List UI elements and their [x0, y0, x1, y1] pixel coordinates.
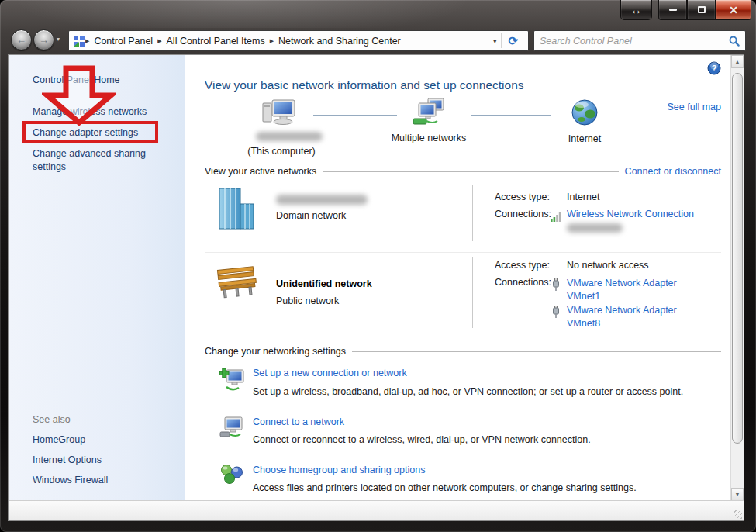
domain-network-icon[interactable] — [216, 187, 257, 232]
scroll-up-button[interactable]: ▲ — [731, 55, 744, 68]
search-input[interactable] — [540, 36, 729, 47]
adapter-plug-icon — [552, 278, 560, 291]
close-icon: ✕ — [729, 4, 738, 16]
settings-header-row: Change your networking settings — [205, 346, 721, 357]
domain-name-blurred — [276, 195, 368, 205]
help-button[interactable]: ? — [707, 61, 721, 75]
scroll-up-icon: ▲ — [735, 59, 740, 64]
flip-icon: ↔ — [630, 3, 642, 16]
connect-network-icon — [219, 415, 245, 441]
help-icon: ? — [712, 64, 717, 73]
ssid-blurred — [567, 223, 623, 233]
computer-name-blurred — [256, 132, 323, 141]
resize-grip-icon[interactable] — [734, 510, 742, 519]
content-frame: Control Panel Home Manage wireless netwo… — [8, 54, 744, 521]
multiple-networks-label: Multiple networks — [371, 133, 487, 143]
new-connection-icon — [219, 366, 245, 392]
sidebar: Control Panel Home Manage wireless netwo… — [9, 55, 185, 501]
connections-label: Connections: — [495, 209, 551, 219]
forward-icon: → — [39, 34, 49, 46]
flip-window-button[interactable]: ↔ — [620, 0, 652, 20]
address-dropdown-icon[interactable]: ▾ — [488, 37, 502, 45]
access-type-value: No network access — [567, 260, 649, 271]
back-icon: ← — [16, 34, 26, 46]
access-type-label: Access type: — [495, 192, 550, 202]
sidebar-item-control-panel-home[interactable]: Control Panel Home — [33, 74, 120, 85]
multiple-networks-icon[interactable] — [410, 98, 447, 127]
sidebar-item-change-adapter-settings[interactable]: Change adapter settings — [33, 127, 138, 138]
recent-pages-dropdown[interactable]: ▾ — [57, 36, 60, 43]
control-panel-icon — [73, 35, 85, 47]
sidebar-item-windows-firewall[interactable]: Windows Firewall — [33, 475, 108, 485]
search-icon[interactable] — [729, 36, 740, 47]
status-bar — [9, 500, 744, 520]
breadcrumb-all-items[interactable]: All Control Panel Items — [162, 36, 270, 47]
public-network-type: Public network — [276, 295, 339, 306]
header-rule — [323, 171, 618, 172]
header-rule — [352, 351, 721, 352]
window: ↔ ✕ ← → ▾ ▶ Control Panel ▶ All Control … — [0, 0, 756, 532]
connect-to-network-link[interactable]: Connect to a network — [253, 416, 344, 427]
wifi-signal-icon — [551, 211, 563, 222]
settings-heading: Change your networking settings — [205, 346, 346, 357]
network-divider — [472, 257, 473, 328]
public-network-bench-icon[interactable] — [214, 263, 259, 299]
setup-new-connection-desc: Set up a wireless, broadband, dial-up, a… — [253, 386, 683, 397]
choose-homegroup-link[interactable]: Choose homegroup and sharing options — [253, 465, 425, 475]
map-connector-line — [471, 112, 551, 116]
chevron-down-icon: ▾ — [57, 36, 60, 43]
sidebar-item-homegroup[interactable]: HomeGroup — [33, 434, 85, 445]
unidentified-network-name: Unidentified network — [276, 278, 372, 289]
active-networks-header-row: View your active networks Connect or dis… — [205, 166, 721, 177]
sidebar-item-change-advanced-sharing[interactable]: Change advanced sharing settings — [33, 147, 166, 174]
vmware-adapter-vmnet8-link[interactable]: VMware Network Adapter VMnet8 — [567, 304, 697, 330]
main-pane: ? View your basic network information an… — [185, 55, 732, 501]
active-networks-heading: View your active networks — [205, 166, 316, 177]
choose-homegroup-desc: Access files and printers located on oth… — [253, 482, 637, 493]
this-computer-icon[interactable] — [262, 98, 296, 126]
internet-label: Internet — [546, 133, 623, 144]
homegroup-icon — [220, 463, 243, 485]
breadcrumb-control-panel[interactable]: Control Panel — [89, 36, 157, 47]
network-divider — [472, 185, 473, 241]
internet-globe-icon[interactable] — [571, 98, 599, 126]
adapter-plug-icon — [552, 306, 560, 318]
vmware-adapter-vmnet1-link[interactable]: VMware Network Adapter VMnet1 — [567, 277, 697, 303]
see-also-heading: See also — [33, 414, 71, 425]
scroll-down-button[interactable]: ▼ — [731, 488, 744, 501]
sidebar-item-manage-wireless-networks[interactable]: Manage wireless networks — [33, 106, 147, 117]
search-box[interactable] — [533, 30, 746, 51]
connections-label: Connections: — [495, 277, 551, 288]
network-row-divider — [205, 252, 721, 253]
connect-or-disconnect-link[interactable]: Connect or disconnect — [625, 166, 721, 177]
back-button[interactable]: ← — [11, 29, 32, 50]
map-connector-line — [313, 112, 397, 116]
sidebar-item-internet-options[interactable]: Internet Options — [33, 454, 102, 465]
refresh-button[interactable]: ⟳ — [502, 34, 524, 48]
wireless-connection-link[interactable]: Wireless Network Connection — [567, 209, 694, 219]
connect-to-network-desc: Connect or reconnect to a wireless, wire… — [253, 434, 591, 445]
minimize-button[interactable] — [658, 0, 687, 20]
this-computer-label: (This computer) — [216, 146, 347, 157]
setup-new-connection-link[interactable]: Set up a new connection or network — [253, 368, 407, 378]
access-type-label: Access type: — [495, 260, 550, 271]
access-type-value: Internet — [567, 192, 599, 202]
close-button[interactable]: ✕ — [716, 0, 751, 20]
page-title: View your basic network information and … — [205, 78, 524, 92]
see-full-map-link[interactable]: See full map — [668, 102, 721, 112]
minimize-icon — [669, 9, 677, 11]
maximize-button[interactable] — [687, 0, 716, 20]
breadcrumb-network-sharing-center[interactable]: Network and Sharing Center — [274, 36, 406, 47]
domain-network-type: Domain network — [276, 210, 346, 221]
address-bar[interactable]: ▶ Control Panel ▶ All Control Panel Item… — [68, 30, 529, 51]
scrollbar-thumb[interactable] — [732, 73, 743, 444]
forward-button[interactable]: → — [33, 29, 54, 50]
vertical-scrollbar[interactable]: ▲ ▼ — [730, 55, 744, 501]
scroll-down-icon: ▼ — [735, 492, 740, 497]
maximize-icon — [698, 6, 706, 13]
